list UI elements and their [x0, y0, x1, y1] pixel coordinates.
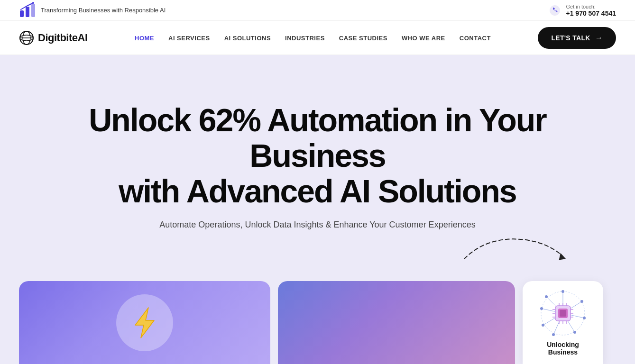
nav-link-ai-services[interactable]: AI SERVICES — [168, 35, 210, 42]
svg-point-22 — [573, 331, 576, 334]
svg-rect-0 — [20, 10, 24, 17]
hero-subtitle: Automate Operations, Unlock Data Insight… — [159, 220, 475, 230]
card-right-label-line1: Unlocking — [547, 341, 579, 348]
svg-point-3 — [32, 2, 34, 4]
svg-rect-29 — [560, 310, 566, 317]
svg-marker-9 — [558, 253, 567, 262]
ai-network-icon — [539, 290, 587, 337]
top-bar-tagline: Transforming Businesses with Responsible… — [41, 7, 166, 14]
svg-point-24 — [542, 324, 544, 327]
top-bar-right: Get in touch: +1 970 507 4541 — [548, 4, 617, 17]
svg-point-21 — [583, 317, 586, 319]
navbar: DigitbiteAI HOME AI SERVICES AI SOLUTION… — [0, 21, 635, 55]
lets-talk-button[interactable]: LET'S TALK → — [538, 27, 616, 49]
card-right-label-line2: Business — [548, 348, 578, 356]
top-bar: Transforming Businesses with Responsible… — [0, 0, 635, 21]
nav-link-case-studies[interactable]: CASE STUDIES — [339, 35, 387, 42]
svg-point-23 — [552, 333, 555, 336]
card-center — [278, 281, 515, 364]
card-right: Unlocking Business — [523, 281, 603, 364]
nav-links: HOME AI SERVICES AI SOLUTIONS INDUSTRIES… — [135, 34, 491, 42]
top-bar-left: Transforming Businesses with Responsible… — [19, 2, 166, 19]
svg-point-19 — [561, 290, 564, 293]
card-left — [19, 281, 270, 364]
phone-icon — [548, 4, 561, 17]
hero-section: Unlock 62% Automation in Your Business w… — [0, 55, 635, 364]
nav-link-ai-solutions[interactable]: AI SOLUTIONS — [224, 35, 271, 42]
nav-item-who-we-are[interactable]: WHO WE ARE — [402, 34, 445, 42]
lets-talk-arrow-icon: → — [595, 34, 603, 42]
lightning-icon — [126, 304, 164, 342]
contact-label: Get in touch: — [566, 4, 617, 9]
nav-item-ai-services[interactable]: AI SERVICES — [168, 34, 210, 42]
card-left-circle — [116, 294, 173, 351]
lets-talk-label: LET'S TALK — [551, 34, 590, 42]
nav-link-who-we-are[interactable]: WHO WE ARE — [402, 35, 445, 42]
svg-point-20 — [580, 300, 583, 303]
svg-rect-1 — [26, 7, 29, 17]
contact-info: Get in touch: +1 970 507 4541 — [566, 4, 617, 17]
nav-logo-icon — [19, 30, 34, 46]
nav-item-industries[interactable]: INDUSTRIES — [285, 34, 325, 42]
hero-title: Unlock 62% Automation in Your Business w… — [33, 102, 602, 209]
svg-point-25 — [540, 307, 543, 310]
nav-item-contact[interactable]: CONTACT — [460, 34, 491, 42]
hero-title-line1: Unlock 62% Automation in Your Business — [89, 102, 546, 173]
nav-item-case-studies[interactable]: CASE STUDIES — [339, 34, 387, 42]
nav-item-home[interactable]: HOME — [135, 34, 154, 42]
card-right-label: Unlocking Business — [547, 341, 579, 356]
nav-link-industries[interactable]: INDUSTRIES — [285, 35, 325, 42]
nav-link-contact[interactable]: CONTACT — [460, 35, 491, 42]
nav-item-ai-solutions[interactable]: AI SOLUTIONS — [224, 34, 271, 42]
nav-logo[interactable]: DigitbiteAI — [19, 30, 88, 46]
nav-link-home[interactable]: HOME — [135, 35, 154, 42]
hero-title-line2: with Advanced AI Solutions — [119, 173, 516, 209]
cards-area: Unlocking Business — [0, 269, 635, 364]
svg-rect-2 — [31, 4, 35, 17]
nav-logo-text: DigitbiteAI — [38, 32, 88, 44]
curved-arrow-icon — [460, 230, 569, 268]
topbar-chart-icon — [19, 2, 36, 19]
contact-number: +1 970 507 4541 — [566, 9, 617, 17]
svg-point-26 — [545, 295, 548, 298]
